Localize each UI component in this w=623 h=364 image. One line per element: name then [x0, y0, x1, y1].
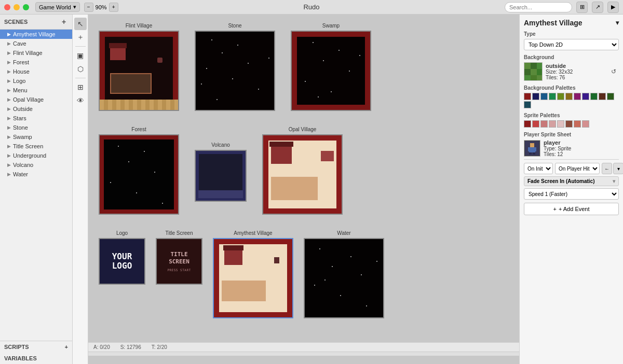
sprite-palette-swatch[interactable] — [582, 120, 589, 128]
scene-item-outside[interactable]: ▶ Outside — [0, 104, 72, 114]
close-button[interactable] — [4, 4, 10, 10]
sprite-palette-swatch[interactable] — [549, 120, 556, 128]
scenes-header: SCENES + — [0, 15, 72, 30]
expand-arrow-icon: ▶ — [7, 41, 11, 46]
bg-palette-swatch[interactable] — [524, 93, 531, 100]
horizontal-scrollbar[interactable] — [88, 352, 519, 356]
scene-tile-label: Swamp — [322, 23, 340, 29]
scene-item-cave[interactable]: ▶ Cave — [0, 39, 72, 48]
scene-tile-stone[interactable]: Stone — [195, 23, 275, 111]
scene-item-label: Amythest Village — [13, 31, 56, 37]
export-icon-button[interactable]: ↗ — [592, 2, 603, 13]
scene-item-flint-village[interactable]: ▶ Flint Village — [0, 48, 72, 58]
bg-palette-swatch[interactable] — [540, 93, 548, 100]
variables-section[interactable]: VARIABLES — [0, 353, 72, 364]
bg-palette-swatch[interactable] — [565, 93, 573, 100]
scene-item-volcano[interactable]: ▶ Volcano — [0, 160, 72, 170]
sprite-palette-swatch[interactable] — [565, 120, 573, 128]
background-tiles: Tiles: 76 — [546, 75, 605, 80]
on-init-select[interactable]: On Init — [524, 163, 553, 174]
fade-action-item[interactable]: Fade Screen In (Automatic) ▾ — [524, 176, 619, 186]
scene-item-swamp[interactable]: ▶ Swamp — [0, 132, 72, 142]
eye-tool-button[interactable]: 👁 — [74, 94, 87, 107]
bg-palette-swatch[interactable] — [599, 93, 606, 100]
scene-tile-forest[interactable]: Forest — [99, 127, 179, 215]
play-icon-button[interactable]: ▶ — [607, 2, 619, 13]
scene-item-label: Underground — [13, 152, 46, 159]
scene-item-underground[interactable]: ▶ Underground — [0, 151, 72, 160]
bg-palette-swatch[interactable] — [549, 93, 556, 100]
game-world-dropdown[interactable]: Game World ▾ — [35, 2, 80, 12]
scene-item-amythest-village[interactable]: ▶ Amythest Village — [0, 30, 72, 39]
scene-item-house[interactable]: ▶ House — [0, 67, 72, 76]
expand-arrow-icon: ▶ — [7, 153, 11, 158]
scene-item-stone[interactable]: ▶ Stone — [0, 123, 72, 132]
scene-item-title-screen[interactable]: ▶ Title Screen — [0, 142, 72, 151]
scene-tile-water[interactable]: Water — [304, 230, 384, 318]
status-t: T: 2/20 — [152, 344, 167, 350]
bg-palette-swatch[interactable] — [532, 93, 539, 100]
scene-item-menu[interactable]: ▶ Menu — [0, 86, 72, 95]
scene-item-opal-village[interactable]: ▶ Opal Village — [0, 95, 72, 104]
right-panel-collapse-icon[interactable]: ▾ — [616, 19, 619, 26]
canvas-area[interactable]: Flint Village — [88, 15, 519, 364]
scene-tile-logo[interactable]: Logo YOURLOGO — [99, 230, 145, 285]
scene-tile-swamp[interactable]: Swamp — [291, 23, 371, 111]
scene-tile-amythest-village[interactable]: Amythest Village — [213, 230, 293, 318]
bg-palette-swatch[interactable] — [590, 93, 598, 100]
speed-select[interactable]: Speed 1 (Faster) — [524, 188, 619, 200]
bg-palette-swatch[interactable] — [557, 93, 564, 100]
scene-tile-label: Stone — [228, 23, 241, 29]
background-name: outside — [546, 63, 605, 69]
player-sprite-row: player Type: Sprite Tiles: 12 — [524, 139, 619, 157]
event-arrow-left-button[interactable]: ← — [602, 163, 612, 174]
sprite-palette-swatch[interactable] — [540, 120, 548, 128]
add-tool-button[interactable]: ＋ — [74, 31, 87, 44]
svg-rect-3 — [537, 75, 543, 81]
scene-item-stars[interactable]: ▶ Stars — [0, 114, 72, 123]
sprite-palette-swatch[interactable] — [524, 120, 531, 128]
titlebar: Game World ▾ − 90% + Rudo ⊞ ↗ ▶ — [0, 0, 623, 15]
background-refresh-button[interactable]: ↺ — [608, 66, 619, 77]
scene-item-forest[interactable]: ▶ Forest — [0, 58, 72, 67]
maximize-button[interactable] — [23, 4, 29, 10]
event-arrow-right-button[interactable]: ▾ — [613, 163, 623, 174]
scene-item-logo[interactable]: ▶ Logo — [0, 76, 72, 86]
titlescreen-text: TITLESCREEN — [169, 251, 189, 264]
svg-rect-14 — [528, 147, 530, 151]
scene-item-label: Outside — [13, 106, 33, 112]
scenes-add-button[interactable]: + — [60, 18, 68, 26]
scene-tile-label: Forest — [131, 127, 146, 132]
fill-tool-button[interactable]: ▣ — [74, 49, 87, 62]
paint-tool-button[interactable]: ⬡ — [74, 63, 87, 75]
scenes-label: SCENES — [4, 19, 28, 25]
bg-palette-swatch[interactable] — [524, 101, 531, 108]
search-input[interactable] — [505, 2, 572, 12]
scripts-add-icon[interactable]: + — [65, 344, 68, 350]
zoom-plus-button[interactable]: + — [109, 3, 118, 12]
bg-palette-swatch[interactable] — [574, 93, 581, 100]
minimize-button[interactable] — [13, 4, 20, 10]
scene-tile-volcano[interactable]: Volcano — [195, 142, 247, 202]
scene-item-water[interactable]: ▶ Water — [0, 170, 72, 179]
cursor-tool-button[interactable]: ↖ — [74, 18, 87, 30]
bg-palette-swatch[interactable] — [582, 93, 589, 100]
scene-tile-title-screen[interactable]: Title Screen TITLESCREEN PRESS START — [156, 230, 202, 285]
scripts-section[interactable]: SCRIPTS + — [0, 341, 72, 353]
scene-tile-label: Logo — [116, 230, 128, 236]
folder-icon-button[interactable]: ⊞ — [576, 2, 588, 13]
sprite-palette-swatch[interactable] — [557, 120, 564, 128]
scene-tile-opal-village[interactable]: Opal Village — [262, 127, 343, 215]
scene-tile-flint-village[interactable]: Flint Village — [99, 23, 179, 111]
sprite-palette-swatch[interactable] — [532, 120, 539, 128]
zoom-minus-button[interactable]: − — [84, 3, 93, 12]
type-select[interactable]: Top Down 2D — [524, 39, 619, 50]
sprite-palette-row — [524, 120, 619, 128]
sprite-palette-swatch[interactable] — [574, 120, 581, 128]
on-player-hit-select[interactable]: On Player Hit — [555, 163, 600, 174]
layer-tool-button[interactable]: ⊞ — [74, 81, 87, 93]
add-event-button[interactable]: + + Add Event — [524, 203, 619, 215]
scene-item-label: Cave — [13, 40, 26, 47]
bg-palette-swatch[interactable] — [607, 93, 614, 100]
fade-action-expand-icon[interactable]: ▾ — [613, 178, 615, 184]
